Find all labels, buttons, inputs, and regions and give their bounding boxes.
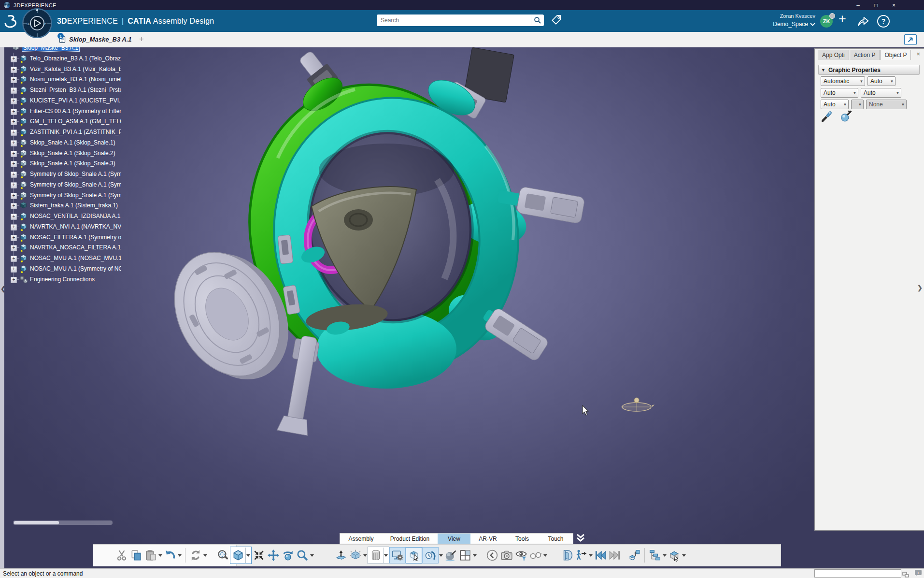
painter-icon[interactable] xyxy=(821,110,833,122)
ribbon-tab-touch[interactable]: Touch xyxy=(539,534,572,544)
render-style-caret-icon[interactable] xyxy=(383,548,388,563)
view-cube-caret-icon[interactable] xyxy=(682,554,686,557)
ambience-button[interactable] xyxy=(348,548,363,563)
expand-plus-icon[interactable]: + xyxy=(11,119,17,125)
glasses-caret-icon[interactable] xyxy=(543,554,548,557)
tree-item[interactable]: +Sistem_traka A.1 (Sistem_traka.1) xyxy=(7,201,124,211)
ribbon-tab-product-edition[interactable]: Product Edition xyxy=(382,534,438,544)
ribbon-tab-ar-vr[interactable]: AR-VR xyxy=(470,534,505,544)
tree-item-label[interactable]: GM_I_TELO_ASM A.1 (GM_I_TELO_A xyxy=(30,118,121,125)
expand-plus-icon[interactable]: + xyxy=(11,172,17,178)
expand-plus-icon[interactable]: + xyxy=(11,193,17,199)
panel-tab-object-p[interactable]: Object P xyxy=(880,50,911,60)
avatar-walk-caret-icon[interactable] xyxy=(588,554,593,557)
ribbon-expand-chevron-icon[interactable] xyxy=(575,534,587,543)
tree-item-label[interactable]: KUCISTE_PVI A.1 (KUCISTE_PVI.1) xyxy=(30,97,121,104)
expand-plus-icon[interactable]: + xyxy=(11,67,17,73)
tree-item[interactable]: +Symmetry of Sklop_Snale A.1 (Symme xyxy=(7,190,124,201)
tree-item-label[interactable]: Vizir_Kalota_B3 A.1 (Vizir_Kalota_B3.1 xyxy=(30,66,121,72)
share-icon[interactable] xyxy=(857,15,869,28)
select-box-button[interactable] xyxy=(406,547,422,564)
expand-plus-icon[interactable]: + xyxy=(11,277,17,283)
update-caret-icon[interactable] xyxy=(203,554,208,557)
glasses-button[interactable] xyxy=(528,548,543,563)
split-view-button[interactable] xyxy=(458,548,472,563)
tree-item-label[interactable]: Nosni_umetak_B3 A.1 (Nosni_umetak xyxy=(30,76,121,83)
pan-button[interactable] xyxy=(266,548,281,563)
fullscreen-toggle-button[interactable] xyxy=(904,34,917,45)
expand-plus-icon[interactable]: + xyxy=(11,130,17,136)
ground-compass-widget[interactable] xyxy=(621,398,654,411)
tree-item[interactable]: +Vizir_Kalota_B3 A.1 (Vizir_Kalota_B3.1 xyxy=(7,64,124,75)
close-button[interactable]: × xyxy=(885,0,903,10)
material-edit-button[interactable] xyxy=(443,548,458,563)
search-input[interactable] xyxy=(377,17,531,24)
expand-plus-icon[interactable]: + xyxy=(11,203,17,209)
none-dropdown[interactable]: None▼ xyxy=(866,100,907,109)
tree-item-label[interactable]: NAVRTKA_NVI A.1 (NAVRTKA_NVI.1) xyxy=(30,223,121,230)
zoom-button[interactable] xyxy=(295,548,310,563)
split-view-caret-icon[interactable] xyxy=(472,554,477,557)
expand-plus-icon[interactable]: + xyxy=(11,256,17,262)
tree-item-label[interactable]: Sklop_Snale A.1 (Sklop_Snale.1) xyxy=(30,139,115,146)
tree-item[interactable]: +Engineering Connections xyxy=(7,275,124,285)
render-style-button[interactable] xyxy=(369,548,383,563)
undo-button[interactable] xyxy=(163,548,177,563)
new-tab-button[interactable]: + xyxy=(139,34,144,44)
ribbon-tab-tools[interactable]: Tools xyxy=(505,534,539,544)
empty-dropdown[interactable]: ▼ xyxy=(851,100,864,109)
visualization-settings-button[interactable] xyxy=(389,547,406,564)
rewind-button[interactable] xyxy=(593,548,608,563)
design-tree-caret-icon[interactable] xyxy=(662,554,667,557)
tree-item[interactable]: +NOSAC_MVU A.1 (Symmetry of NOS xyxy=(7,264,124,275)
expand-plus-icon[interactable]: + xyxy=(11,182,17,188)
help-button[interactable]: ? xyxy=(877,15,890,28)
tree-item-label[interactable]: NOSAC_FILTERA A.1 (Symmetry of N xyxy=(30,234,121,241)
panel-tab-app-opti[interactable]: App Opti xyxy=(818,50,849,60)
3d-compass[interactable]: 3D iª xyxy=(22,8,53,39)
expand-plus-icon[interactable]: + xyxy=(11,87,17,94)
panel-tab-action-p[interactable]: Action P xyxy=(850,50,880,60)
tree-item-label[interactable]: Stezni_Prsten_B3 A.1 (Stezni_Prsten_E xyxy=(30,87,121,93)
capture-button[interactable] xyxy=(499,548,514,563)
graphic-properties-header[interactable]: ▼ Graphic Properties xyxy=(818,65,920,75)
iso-view-caret-icon[interactable] xyxy=(245,548,251,563)
collapse-left-icon[interactable]: ❮ xyxy=(0,282,6,295)
tree-item[interactable]: +Stezni_Prsten_B3 A.1 (Stezni_Prsten_E xyxy=(7,85,124,96)
collapse-right-icon[interactable]: ❯ xyxy=(917,281,923,294)
paste-button[interactable] xyxy=(143,548,158,563)
turntable-play-caret-icon[interactable] xyxy=(439,554,443,557)
tree-item[interactable]: +Symmetry of Sklop_Snale A.1 (Symme xyxy=(7,180,124,190)
expand-plus-icon[interactable]: + xyxy=(11,266,17,273)
tree-horizontal-scrollbar[interactable] xyxy=(13,520,113,525)
rotate-button[interactable] xyxy=(281,548,295,563)
copy-button[interactable] xyxy=(129,548,143,563)
tree-item-label[interactable]: Sklop_Snale A.1 (Sklop_Snale.3) xyxy=(30,160,115,167)
tree-item[interactable]: +NAVRTKA_NOSACA_FILTERA A.1 (Syr xyxy=(7,243,124,253)
magic-wand-icon[interactable] xyxy=(840,110,853,122)
search-bar[interactable] xyxy=(377,14,544,26)
tree-item-label[interactable]: ZASTITNIK_PVI A.1 (ZASTITNIK_PVI.1 xyxy=(30,129,121,135)
expand-plus-icon[interactable]: + xyxy=(11,151,17,157)
tag-icon[interactable] xyxy=(550,14,563,26)
auto-dropdown[interactable]: Auto▼ xyxy=(821,88,858,98)
tree-item[interactable]: +NAVRTKA_NVI A.1 (NAVRTKA_NVI.1) xyxy=(7,222,124,232)
tree-item-label[interactable]: NOSAC_MVU A.1 (NOSAC_MVU.1) xyxy=(30,255,121,261)
avatar-walk-button[interactable] xyxy=(574,548,588,563)
expand-plus-icon[interactable]: + xyxy=(11,109,17,115)
auto-dropdown[interactable]: Auto▼ xyxy=(867,76,896,86)
tree-item[interactable]: +NOSAC_VENTILA_IZDISANJA A.1 (NC xyxy=(7,211,124,222)
ambience-caret-icon[interactable] xyxy=(363,554,368,557)
panel-close-icon[interactable]: × xyxy=(916,50,920,58)
tree-item[interactable]: +NOSAC_FILTERA A.1 (Symmetry of N xyxy=(7,232,124,243)
hide-show-button[interactable] xyxy=(514,548,528,563)
restore-panels-icon[interactable] xyxy=(902,571,909,578)
cut-button[interactable] xyxy=(114,548,129,563)
tree-item[interactable]: +KUCISTE_PVI A.1 (KUCISTE_PVI.1) xyxy=(7,96,124,106)
tree-item-label[interactable]: Sklop_Snale A.1 (Sklop_Snale.2) xyxy=(30,150,115,157)
tree-item[interactable]: +Symmetry of Sklop_Snale A.1 (Symme xyxy=(7,169,124,180)
expand-plus-icon[interactable]: + xyxy=(11,245,17,251)
feedback-icon[interactable]: i xyxy=(914,569,923,578)
tree-item[interactable]: +GM_I_TELO_ASM A.1 (GM_I_TELO_A xyxy=(7,116,124,127)
expand-plus-icon[interactable]: + xyxy=(11,235,17,241)
